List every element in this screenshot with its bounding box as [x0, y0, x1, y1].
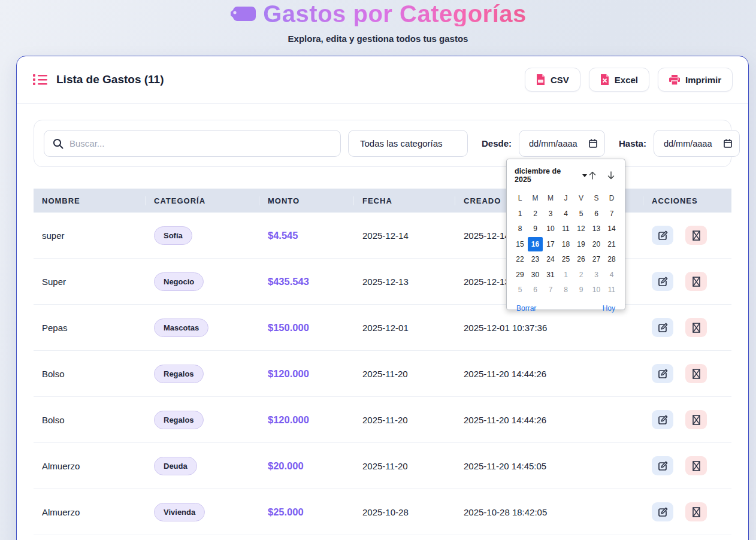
- expense-amount: $120.000: [259, 414, 354, 426]
- datepicker-day[interactable]: 11: [604, 283, 619, 297]
- table-header-row: NOMBRE CATEGORÍA MONTO FECHA CREADO ACCI…: [34, 189, 731, 213]
- datepicker-day[interactable]: 26: [573, 252, 589, 266]
- datepicker-day[interactable]: 11: [558, 222, 574, 236]
- datepicker-today-button[interactable]: Hoy: [603, 304, 615, 313]
- edit-button[interactable]: [652, 226, 673, 245]
- datepicker-day[interactable]: 17: [543, 237, 558, 251]
- datepicker-day[interactable]: 27: [589, 252, 604, 266]
- datepicker-day[interactable]: 15: [512, 237, 528, 251]
- category-badge: Regalos: [154, 411, 204, 429]
- datepicker-day[interactable]: 25: [558, 252, 574, 266]
- edit-button[interactable]: [652, 364, 673, 383]
- edit-pencil-icon: [657, 368, 669, 380]
- delete-button[interactable]: [685, 272, 707, 291]
- expense-amount: $435.543: [259, 276, 354, 287]
- search-box[interactable]: [44, 130, 341, 157]
- datepicker-day[interactable]: 10: [589, 283, 604, 297]
- delete-button[interactable]: [685, 502, 707, 521]
- delete-button[interactable]: [685, 410, 707, 429]
- datepicker-day[interactable]: 14: [604, 222, 619, 236]
- datepicker-day[interactable]: 8: [512, 222, 528, 236]
- datepicker-day[interactable]: 23: [528, 252, 543, 266]
- edit-button[interactable]: [652, 410, 673, 429]
- search-input[interactable]: [69, 138, 332, 148]
- csv-button-label: CSV: [551, 75, 569, 85]
- datepicker-day[interactable]: 6: [528, 283, 543, 297]
- delete-box-icon: [693, 415, 700, 425]
- datepicker-day[interactable]: 18: [558, 237, 574, 251]
- datepicker-day[interactable]: 31: [543, 268, 558, 282]
- datepicker-day[interactable]: 7: [604, 207, 619, 221]
- datepicker-day[interactable]: 2: [528, 207, 543, 221]
- datepicker-day[interactable]: 9: [573, 283, 589, 297]
- datepicker-day[interactable]: 22: [512, 252, 528, 266]
- datepicker-day[interactable]: 8: [558, 283, 574, 297]
- category-select[interactable]: Todas las categorías: [348, 130, 468, 157]
- datepicker-month-select[interactable]: diciembre de 2025: [515, 167, 587, 184]
- date-to-value: dd/mm/aaaa: [664, 139, 712, 148]
- excel-button[interactable]: Excel: [589, 68, 649, 92]
- datepicker-day[interactable]: 21: [604, 237, 619, 251]
- datepicker-day[interactable]: 20: [589, 237, 604, 251]
- delete-button[interactable]: [685, 364, 707, 383]
- edit-button[interactable]: [652, 272, 673, 291]
- datepicker-day[interactable]: 19: [573, 237, 589, 251]
- category-badge: Vivienda: [154, 503, 205, 521]
- table-body: super Sofía $4.545 2025-12-14 2025-12-14: [34, 213, 731, 535]
- datepicker-day[interactable]: 28: [604, 252, 619, 266]
- datepicker-day[interactable]: 9: [528, 222, 543, 236]
- calendar-icon[interactable]: [724, 139, 732, 148]
- edit-pencil-icon: [657, 414, 669, 426]
- csv-button[interactable]: CSV: [525, 68, 580, 92]
- expenses-card: Lista de Gastos (11) CSV: [16, 56, 749, 540]
- table-row: Pepas Mascotas $150.000 2025-12-01 2025-…: [34, 305, 731, 351]
- expenses-table: NOMBRE CATEGORÍA MONTO FECHA CREADO ACCI…: [34, 189, 731, 535]
- delete-button[interactable]: [685, 318, 707, 337]
- datepicker-day[interactable]: 1: [558, 268, 574, 282]
- printer-icon: [669, 75, 680, 85]
- expense-amount: $20.000: [259, 460, 354, 472]
- datepicker-day[interactable]: 30: [528, 268, 543, 282]
- date-to-input[interactable]: dd/mm/aaaa: [654, 130, 740, 157]
- delete-box-icon: [693, 369, 700, 379]
- edit-button[interactable]: [652, 318, 673, 337]
- next-month-button[interactable]: [606, 170, 616, 181]
- print-button-label: Imprimir: [685, 75, 721, 85]
- col-header-categoria: CATEGORÍA: [146, 196, 259, 205]
- category-badge: Negocio: [154, 272, 204, 291]
- datepicker-day[interactable]: 6: [589, 207, 604, 221]
- datepicker-clear-button[interactable]: Borrar: [516, 304, 536, 313]
- datepicker-day[interactable]: 7: [543, 283, 558, 297]
- print-button[interactable]: Imprimir: [658, 68, 733, 92]
- filter-bar: Todas las categorías Desde: dd/mm/aaaa H…: [34, 120, 731, 167]
- expense-name: Pepas: [34, 323, 146, 333]
- datepicker-day[interactable]: 2: [573, 268, 589, 282]
- delete-button[interactable]: [685, 456, 707, 475]
- datepicker-day-selected[interactable]: 16: [528, 237, 543, 251]
- table-row: Bolso Regalos $120.000 2025-11-20 2025-1…: [34, 351, 731, 397]
- datepicker-day[interactable]: 1: [512, 207, 528, 221]
- calendar-icon[interactable]: [589, 139, 597, 148]
- datepicker-month-label: diciembre de 2025: [515, 167, 579, 184]
- datepicker-day[interactable]: 10: [543, 222, 558, 236]
- datepicker-day[interactable]: 3: [543, 207, 558, 221]
- datepicker-day[interactable]: 5: [573, 207, 589, 221]
- datepicker-day[interactable]: 3: [589, 268, 604, 282]
- expense-name: Almuerzo: [34, 507, 146, 517]
- edit-button[interactable]: [652, 456, 673, 475]
- datepicker-day[interactable]: 24: [543, 252, 558, 266]
- datepicker-day[interactable]: 29: [512, 268, 528, 282]
- datepicker-day[interactable]: 5: [512, 283, 528, 297]
- col-header-acciones: ACCIONES: [643, 196, 731, 205]
- datepicker-day[interactable]: 4: [558, 207, 574, 221]
- edit-button[interactable]: [652, 502, 673, 521]
- expense-date: 2025-10-28: [354, 507, 455, 517]
- datepicker-day[interactable]: 12: [573, 222, 589, 236]
- date-from-input[interactable]: dd/mm/aaaa: [519, 130, 605, 157]
- datepicker-day[interactable]: 13: [589, 222, 604, 236]
- category-badge: Deuda: [154, 457, 197, 475]
- datepicker-day[interactable]: 4: [604, 268, 619, 282]
- delete-button[interactable]: [685, 226, 707, 245]
- col-header-fecha: FECHA: [354, 196, 455, 205]
- prev-month-button[interactable]: [587, 170, 598, 181]
